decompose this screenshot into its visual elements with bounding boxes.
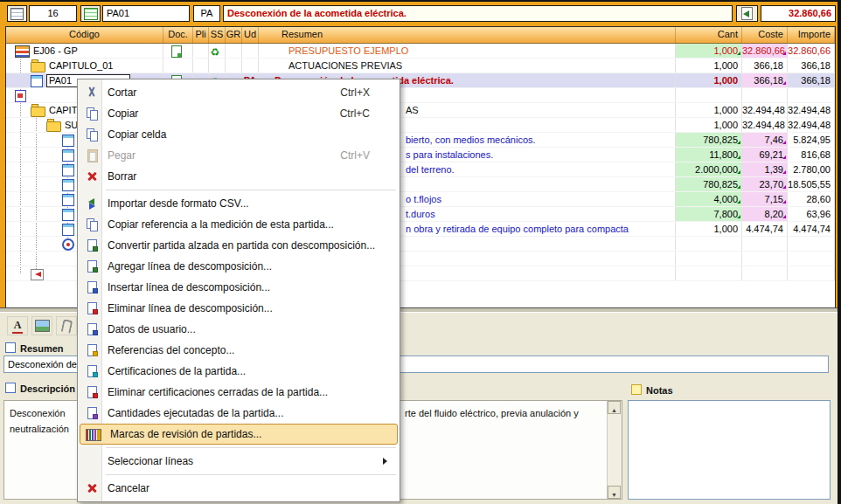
cell-cant[interactable] [676, 237, 742, 251]
descripcion-scrollbar[interactable] [607, 401, 622, 499]
cell-cant[interactable]: 1,000 [676, 118, 742, 132]
cell-codigo[interactable]: CAPITULO_01 [6, 59, 163, 72]
cell-coste[interactable]: 32.860,66 [742, 44, 788, 58]
cell-coste[interactable]: 4.474,74 [742, 222, 788, 236]
cell-gr[interactable] [226, 59, 242, 72]
cell-importe[interactable]: 18.505,55 [788, 177, 835, 191]
cell-codigo[interactable]: EJ06 - GP [6, 44, 163, 58]
cell-cant[interactable]: 1,000 [676, 222, 742, 236]
insert-doc-button[interactable] [736, 5, 758, 22]
menu-item-executed-quantities[interactable]: Cantidades ejecutadas de la partida... [78, 403, 400, 424]
insert-image-button[interactable] [31, 316, 52, 335]
cell-cant[interactable]: 1,000 [676, 59, 742, 72]
cell-coste[interactable] [742, 237, 788, 251]
cell-ud[interactable] [242, 44, 259, 58]
column-header-pli[interactable]: Pli [193, 27, 209, 43]
cell-importe[interactable] [788, 252, 835, 266]
scroll-up-icon[interactable] [608, 401, 621, 414]
cell-importe[interactable]: 816,68 [788, 148, 835, 162]
menu-item-copy-reference[interactable]: Copiar referencia a la medición de esta … [78, 214, 400, 235]
cell-ud[interactable] [242, 59, 259, 72]
cell-cant[interactable] [676, 266, 742, 280]
cell-coste[interactable]: 8,20 [742, 207, 788, 221]
column-header-resumen[interactable]: Resumen [259, 27, 676, 43]
cell-importe[interactable]: 5.824,95 [788, 133, 835, 147]
budget-table-button[interactable] [80, 5, 101, 22]
cell-pli[interactable] [193, 44, 209, 58]
column-header-importe[interactable]: Importe [788, 27, 835, 43]
menu-item-cancel[interactable]: Cancelar [78, 478, 400, 499]
menu-item-revision-marks[interactable]: Marcas de revisión de partidas... [80, 424, 398, 445]
cell-importe[interactable] [788, 237, 835, 251]
table-row[interactable]: CAPITULO_01ACTUACIONES PREVIAS1,000366,1… [6, 59, 835, 73]
cell-importe[interactable]: 63,96 [788, 207, 835, 221]
column-header-ss[interactable]: SS [209, 27, 226, 43]
column-header-coste[interactable]: Coste [742, 27, 788, 43]
cell-coste[interactable]: 32.494,48 [742, 118, 788, 132]
notas-area[interactable] [628, 400, 831, 500]
cell-coste[interactable]: 23,70 [742, 177, 788, 191]
menu-item-copy[interactable]: CopiarCtrl+C [78, 103, 400, 124]
cell-importe[interactable]: 2.780,00 [788, 162, 835, 176]
cell-coste[interactable] [742, 266, 788, 280]
column-header-ud[interactable]: Ud [242, 27, 259, 43]
menu-item-select-lines[interactable]: Seleccionar líneas [78, 451, 400, 472]
menu-item-references[interactable]: Referencias del concepto... [78, 340, 400, 361]
cell-importe[interactable] [788, 88, 835, 102]
cell-coste[interactable]: 366,18 [742, 59, 788, 72]
menu-item-cut[interactable]: CortarCtrl+X [78, 82, 400, 103]
column-header-doc[interactable]: Doc. [163, 27, 193, 43]
cell-ss[interactable] [209, 44, 226, 58]
cell-importe[interactable]: 28,60 [788, 192, 835, 206]
cell-coste[interactable] [742, 252, 788, 266]
cell-doc[interactable] [163, 44, 193, 58]
menu-item-remove-line[interactable]: Eliminar línea de descomposición... [78, 298, 400, 319]
code-field[interactable]: PA01 [102, 5, 190, 22]
cell-importe[interactable]: 32.860,66 [788, 44, 835, 58]
cell-resumen[interactable]: ACTUACIONES PREVIAS [259, 59, 676, 72]
unit-field[interactable]: PA [193, 5, 220, 22]
menu-item-certifications[interactable]: Certificaciones de la partida... [78, 361, 400, 382]
menu-item-insert-line[interactable]: Insertar línea de descomposición... [78, 277, 400, 298]
menu-item-import-csv[interactable]: Importar desde formato CSV... [78, 193, 400, 214]
table-row[interactable]: EJ06 - GPPRESUPUESTO EJEMPLO1,00032.860,… [6, 44, 835, 59]
column-header-cant[interactable]: Cant [676, 27, 742, 43]
cell-resumen[interactable]: PRESUPUESTO EJEMPLO [259, 44, 676, 58]
column-header-codigo[interactable]: Código [6, 27, 163, 43]
grid-view-button[interactable] [7, 5, 27, 22]
cell-cant[interactable]: 2.000,000 [676, 162, 742, 176]
cell-importe[interactable]: 366,18 [788, 73, 835, 87]
summary-field[interactable]: Desconexión de la acometida eléctrica. [223, 5, 733, 22]
cell-coste[interactable]: 366,18 [742, 73, 788, 87]
attach-file-button[interactable] [56, 316, 77, 335]
font-style-button[interactable] [7, 316, 28, 335]
menu-item-user-data[interactable]: Datos de usuario... [78, 319, 400, 340]
cell-importe[interactable]: 366,18 [788, 59, 835, 72]
cell-coste[interactable]: 7,15 [742, 192, 788, 206]
cell-coste[interactable]: 7,46 [742, 133, 788, 147]
menu-item-delete[interactable]: Borrar [78, 166, 400, 187]
cell-cant[interactable]: 7,800 [676, 207, 742, 221]
cell-coste[interactable]: 69,21 [742, 148, 788, 162]
menu-item-add-line[interactable]: Agregar línea de descomposición... [78, 256, 400, 277]
cell-importe[interactable]: 32.494,48 [788, 103, 835, 117]
cell-cant[interactable]: 1,000 [676, 103, 742, 117]
cell-importe[interactable]: 32.494,48 [788, 118, 835, 132]
cell-importe[interactable]: 4.474,74 [788, 222, 835, 236]
column-header-gr[interactable]: GR [226, 27, 242, 43]
cell-cant[interactable] [676, 88, 742, 102]
cell-cant[interactable]: 11,800 [676, 148, 742, 162]
cell-coste[interactable]: 1,39 [742, 162, 788, 176]
menu-item-remove-certifications[interactable]: Eliminar certificaciones cerradas de la … [78, 382, 400, 403]
cell-importe[interactable] [788, 266, 835, 280]
record-number-field[interactable]: 16 [29, 5, 77, 22]
cell-doc[interactable] [163, 59, 193, 72]
scroll-down-icon[interactable] [608, 486, 621, 499]
cell-cant[interactable]: 780,825 [676, 133, 742, 147]
menu-item-copy-cell[interactable]: Copiar celda [78, 124, 400, 145]
cell-cant[interactable] [676, 252, 742, 266]
cell-coste[interactable] [742, 88, 788, 102]
cell-cant[interactable]: 1,000 [676, 44, 742, 58]
menu-item-convert[interactable]: Convertir partida alzada en partida con … [78, 235, 400, 256]
cell-cant[interactable]: 4,000 [676, 192, 742, 206]
